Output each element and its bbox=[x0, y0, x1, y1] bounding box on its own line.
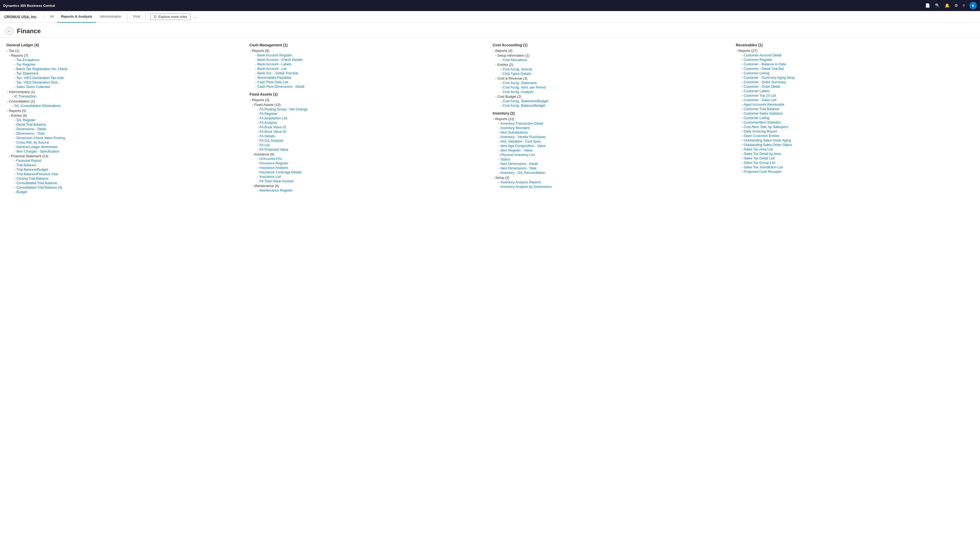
link-cash-flow-date-list[interactable]: - Cash Flow Date List bbox=[250, 80, 487, 84]
link-fa-analysis[interactable]: - FA Analysis bbox=[250, 121, 487, 125]
link-customer-listing-2[interactable]: - Customer Listing bbox=[736, 116, 974, 120]
more-options-button[interactable]: ... bbox=[190, 11, 199, 23]
link-outstanding-sales-order-status[interactable]: - Outstanding Sales Order Status bbox=[736, 143, 974, 147]
link-dimension-check[interactable]: - Dimension Check Value Posting bbox=[6, 136, 244, 140]
link-fa-projected-value[interactable]: - FA Projected Value bbox=[250, 148, 487, 152]
link-customer-item-statistics[interactable]: - Customer/Item Statistics bbox=[736, 120, 974, 124]
link-item-substitutions[interactable]: - Item Substitutions bbox=[493, 130, 731, 134]
link-inventory-transaction-detail[interactable]: - Inventory Transaction Detail bbox=[493, 122, 731, 125]
link-receivables-payables[interactable]: - Receivables-Payables bbox=[250, 76, 487, 80]
link-cost-acctg-statement[interactable]: - Cost Acctg. Statement bbox=[493, 81, 731, 85]
link-consolidated-trial-balance[interactable]: - Consolidated Trial Balance bbox=[6, 181, 244, 185]
link-inventory-gl-reconciliation[interactable]: - Inventory - G/L Reconciliation bbox=[493, 171, 731, 175]
link-trial-balance-budget[interactable]: - Trial Balance/Budget bbox=[6, 168, 244, 172]
tab-reports-analysis[interactable]: Reports & Analysis bbox=[57, 11, 96, 23]
link-aged-accounts-receivable[interactable]: - Aged Accounts Receivable bbox=[736, 102, 974, 107]
link-cost-acctg-stmt-period[interactable]: - Cost Acctg. Stmt. per Period bbox=[493, 85, 731, 89]
link-inventory-reorders[interactable]: - Inventory Reorders bbox=[493, 126, 731, 130]
link-tax-statement[interactable]: - Tax Statement bbox=[6, 72, 244, 75]
link-tax-vies-auth[interactable]: - Tax- VIES Declaration Tax Auth bbox=[6, 76, 244, 80]
link-gl-consolidation[interactable]: - G/L Consolidation Eliminations bbox=[6, 104, 244, 108]
link-item-dimensions-detail[interactable]: - Item Dimensions - Detail bbox=[493, 162, 731, 166]
link-inventory-vendor-purchases[interactable]: - Inventory - Vendor Purchases bbox=[493, 135, 731, 139]
link-sales-tax-detail-by-area[interactable]: - Sales Tax Detail by Area bbox=[736, 152, 974, 156]
link-outstanding-sales-order-aging[interactable]: - Outstanding Sales Order Aging bbox=[736, 138, 974, 142]
link-uninsured-fas[interactable]: - Uninsured FAs bbox=[250, 157, 487, 161]
link-cost-allocations[interactable]: - Cost Allocations bbox=[493, 58, 731, 62]
link-tax-vies-disk[interactable]: - Tax- VIES Declaration Disk... bbox=[6, 80, 244, 84]
link-bank-list[interactable]: - Bank Account - List bbox=[250, 67, 487, 71]
link-fa-list[interactable]: - FA List bbox=[250, 143, 487, 147]
link-tax-exceptions[interactable]: - Tax Exceptions bbox=[6, 58, 244, 62]
back-button[interactable]: ← bbox=[5, 27, 14, 35]
link-customer-sales-statistics[interactable]: - Customer Sales Statistics bbox=[736, 112, 974, 115]
link-inventory-analysis-dimensions[interactable]: - Inventory Analysis by Dimensions bbox=[493, 185, 731, 188]
link-customer-listing-1[interactable]: - Customer Listing bbox=[736, 71, 974, 75]
tab-find[interactable]: Find bbox=[130, 11, 144, 23]
tab-administration[interactable]: Administration bbox=[96, 11, 125, 23]
link-cust-item-stat-salespers[interactable]: - Cust./Item Stat. by Salespers. bbox=[736, 125, 974, 129]
link-sales-tax-area-list[interactable]: - Sales Tax Area List bbox=[736, 147, 974, 151]
link-dimensions-detail[interactable]: - Dimensions - Detail bbox=[6, 127, 244, 131]
link-tax-register[interactable]: - Tax Register bbox=[6, 62, 244, 67]
link-customer-sales-list[interactable]: - Customer - Sales List bbox=[736, 98, 974, 102]
link-open-customer-entries[interactable]: - Open Customer Entries bbox=[736, 134, 974, 138]
avatar[interactable]: K bbox=[970, 2, 977, 9]
link-bank-account-register[interactable]: - Bank Account Register bbox=[250, 53, 487, 57]
document-icon[interactable]: 📄 bbox=[925, 3, 930, 8]
link-budget[interactable]: - Budget bbox=[6, 190, 244, 194]
link-cost-acctg-journal[interactable]: - Cost Acctg. Journal bbox=[493, 67, 731, 71]
link-sales-tax-detail-list[interactable]: - Sales Tax Detail List bbox=[736, 156, 974, 160]
link-cost-types-details[interactable]: - Cost Types Details bbox=[493, 72, 731, 76]
link-trial-balance-prev-year[interactable]: - Trial Balance/Previous Year bbox=[6, 172, 244, 176]
link-customer-trial-balance[interactable]: - Customer Trial Balance bbox=[736, 107, 974, 111]
link-cost-acctg-stmt-budget[interactable]: - Cost Acctg. Statement/Budget bbox=[493, 99, 731, 103]
link-insurance-analysis[interactable]: - Insurance Analysis bbox=[250, 166, 487, 170]
link-fa-book-value-01[interactable]: - FA Book Value 01 bbox=[250, 125, 487, 129]
link-sales-taxes-collected[interactable]: - Sales Taxes Collected bbox=[6, 85, 244, 89]
link-financial-report[interactable]: - Financial Report bbox=[6, 158, 244, 163]
link-gl-register[interactable]: - G/L Register bbox=[6, 118, 244, 122]
link-insurance-register[interactable]: - Insurance Register bbox=[250, 161, 487, 165]
link-customer-order-detail[interactable]: - Customer - Order Detail bbox=[736, 85, 974, 88]
link-item-register-value[interactable]: - Item Register - Value bbox=[493, 148, 731, 152]
link-customer-order-summary[interactable]: - Customer - Order Summary bbox=[736, 80, 974, 84]
link-maintenance-register[interactable]: - Maintenance Register bbox=[250, 188, 487, 192]
link-customer-labels[interactable]: - Customer Labels bbox=[736, 89, 974, 93]
link-ic-transaction[interactable]: - IC Transaction bbox=[6, 94, 244, 98]
search-icon[interactable]: 🔍 bbox=[935, 3, 940, 8]
tab-all[interactable]: All bbox=[46, 11, 57, 23]
link-fa-acquisition[interactable]: - FA Acquisition List bbox=[250, 116, 487, 120]
link-invt-valuation-cost-spec[interactable]: - Invt. Valuation - Cost Spec. bbox=[493, 139, 731, 143]
link-projected-cash-receipts[interactable]: - Projected Cash Receipts bbox=[736, 170, 974, 173]
link-fa-gl-analysis[interactable]: - FA G/L Analysis bbox=[250, 138, 487, 143]
link-gl-worksheet[interactable]: - General Ledger Worksheet bbox=[6, 145, 244, 149]
link-item-charges[interactable]: - Item Charges - Specification bbox=[6, 149, 244, 153]
bell-icon[interactable]: 🔔 bbox=[945, 3, 950, 8]
link-inventory-analysis-reports[interactable]: - Inventory Analysis Reports bbox=[493, 180, 731, 184]
link-cost-acctg-analysis[interactable]: - Cost Acctg. Analysis bbox=[493, 90, 731, 94]
help-icon[interactable]: ? bbox=[963, 3, 965, 8]
link-insurance-list[interactable]: - Insurance List bbox=[250, 175, 487, 178]
link-customer-account-detail[interactable]: - Customer Account Detail bbox=[736, 53, 974, 57]
link-fa-details[interactable]: - FA Details bbox=[250, 134, 487, 138]
link-daily-invoicing-report[interactable]: - Daily Invoicing Report bbox=[736, 129, 974, 133]
link-detail-trial-balance[interactable]: - Detail Trial Balance bbox=[6, 122, 244, 127]
explore-more-roles-button[interactable]: ☷ Explore more roles bbox=[150, 13, 190, 20]
link-bank-check-details[interactable]: - Bank Account - Check Details bbox=[250, 58, 487, 62]
link-cost-acctg-balance-budget[interactable]: - Cost Acctg. Balance/Budget bbox=[493, 103, 731, 107]
link-physical-inventory-list[interactable]: - Physical Inventory List bbox=[493, 153, 731, 157]
link-sales-tax-group-list[interactable]: - Sales Tax Group List bbox=[736, 161, 974, 165]
link-closing-trial-balance[interactable]: - Closing Trial Balance bbox=[6, 177, 244, 180]
link-item-age-composition[interactable]: - Item Age Composition - Value bbox=[493, 144, 731, 148]
link-consolidated-trial-balance-4[interactable]: - Consolidated Trial Balance (4) bbox=[6, 185, 244, 189]
link-customer-detail-trial-bal[interactable]: - Customer - Detail Trial Bal. bbox=[736, 67, 974, 71]
link-item-dimensions-total[interactable]: - Item Dimensions - Total bbox=[493, 166, 731, 170]
link-bank-labels[interactable]: - Bank Account - Labels bbox=[250, 62, 487, 66]
link-fa-register[interactable]: - FA Register bbox=[250, 112, 487, 116]
settings-icon[interactable]: ⚙ bbox=[955, 3, 958, 8]
link-insurance-coverage[interactable]: - Insurance Coverage Details bbox=[250, 170, 487, 174]
link-fa-book-value-02[interactable]: - FA Book Value 02 bbox=[250, 130, 487, 133]
link-fa-total-value-insured[interactable]: - FA Total Value Insured bbox=[250, 179, 487, 183]
link-status[interactable]: - Status bbox=[493, 157, 731, 161]
